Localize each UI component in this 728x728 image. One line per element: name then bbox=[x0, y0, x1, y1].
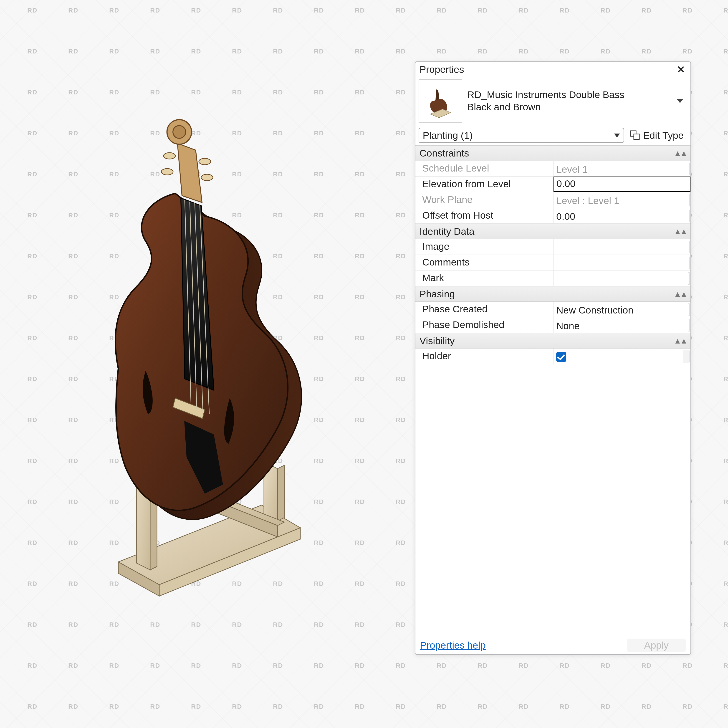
value-schedule-level: Level 1 bbox=[554, 161, 690, 176]
label-comments: Comments bbox=[415, 255, 554, 270]
type-name-line2: Black and Brown bbox=[467, 101, 672, 113]
row-holder[interactable]: Holder bbox=[415, 349, 690, 364]
section-constraints[interactable]: Constraints ▲▲ bbox=[415, 145, 690, 161]
value-mark[interactable] bbox=[554, 271, 690, 286]
properties-help-link[interactable]: Properties help bbox=[420, 640, 486, 651]
apply-button[interactable]: Apply bbox=[627, 639, 686, 652]
label-image: Image bbox=[415, 239, 554, 255]
chevron-down-icon bbox=[614, 133, 620, 138]
label-phase-created: Phase Created bbox=[415, 302, 554, 317]
panel-title-text: Properties bbox=[419, 64, 464, 75]
section-phasing-label: Phasing bbox=[419, 289, 455, 300]
input-elevation-from-level[interactable]: 0.00 bbox=[554, 177, 690, 192]
value-offset-from-host[interactable]: 0.00 bbox=[554, 208, 690, 223]
close-icon[interactable]: ✕ bbox=[674, 64, 687, 75]
edit-type-icon bbox=[630, 130, 641, 141]
collapse-icon: ▲▲ bbox=[674, 149, 687, 158]
section-constraints-label: Constraints bbox=[419, 148, 469, 159]
checkbox-holder[interactable] bbox=[556, 352, 566, 362]
row-work-plane: Work Plane Level : Level 1 bbox=[415, 192, 690, 208]
section-phasing[interactable]: Phasing ▲▲ bbox=[415, 286, 690, 302]
label-mark: Mark bbox=[415, 271, 554, 286]
row-comments[interactable]: Comments bbox=[415, 255, 690, 271]
label-offset-from-host: Offset from Host bbox=[415, 208, 554, 223]
label-phase-demolished: Phase Demolished bbox=[415, 317, 554, 333]
collapse-icon: ▲▲ bbox=[674, 227, 687, 236]
edit-type-label: Edit Type bbox=[643, 130, 684, 141]
row-schedule-level: Schedule Level Level 1 bbox=[415, 161, 690, 177]
label-work-plane: Work Plane bbox=[415, 192, 554, 208]
section-visibility[interactable]: Visibility ▲▲ bbox=[415, 333, 690, 349]
section-visibility-label: Visibility bbox=[419, 335, 455, 347]
row-image[interactable]: Image bbox=[415, 239, 690, 255]
row-offset-from-host[interactable]: Offset from Host 0.00 bbox=[415, 208, 690, 223]
svg-rect-25 bbox=[634, 134, 639, 139]
collapse-icon: ▲▲ bbox=[674, 290, 687, 298]
label-schedule-level: Schedule Level bbox=[415, 161, 554, 176]
section-identity-label: Identity Data bbox=[419, 226, 474, 237]
value-phase-demolished[interactable]: None bbox=[554, 317, 690, 333]
section-identity[interactable]: Identity Data ▲▲ bbox=[415, 223, 690, 239]
properties-panel: Properties ✕ RD_Music Instruments Double… bbox=[415, 61, 691, 655]
value-work-plane: Level : Level 1 bbox=[554, 192, 690, 208]
row-phase-created[interactable]: Phase Created New Construction bbox=[415, 302, 690, 317]
label-elevation-from-level: Elevation from Level bbox=[415, 177, 554, 192]
type-name-line1: RD_Music Instruments Double Bass bbox=[467, 89, 672, 101]
edit-type-button[interactable]: Edit Type bbox=[627, 128, 687, 142]
row-mark[interactable]: Mark bbox=[415, 271, 690, 286]
value-phase-created[interactable]: New Construction bbox=[554, 302, 690, 317]
collapse-icon: ▲▲ bbox=[674, 336, 687, 345]
type-thumbnail bbox=[419, 79, 462, 123]
category-filter-combo[interactable]: Planting (1) bbox=[419, 128, 624, 143]
value-image[interactable] bbox=[554, 239, 690, 255]
category-filter-value: Planting (1) bbox=[423, 130, 473, 141]
value-comments[interactable] bbox=[554, 255, 690, 270]
row-phase-demolished[interactable]: Phase Demolished None bbox=[415, 317, 690, 333]
type-selector[interactable]: RD_Music Instruments Double Bass Black a… bbox=[415, 75, 690, 127]
chevron-down-icon[interactable] bbox=[677, 99, 683, 103]
label-holder: Holder bbox=[415, 349, 554, 364]
row-elevation-from-level[interactable]: Elevation from Level 0.00 bbox=[415, 177, 690, 192]
